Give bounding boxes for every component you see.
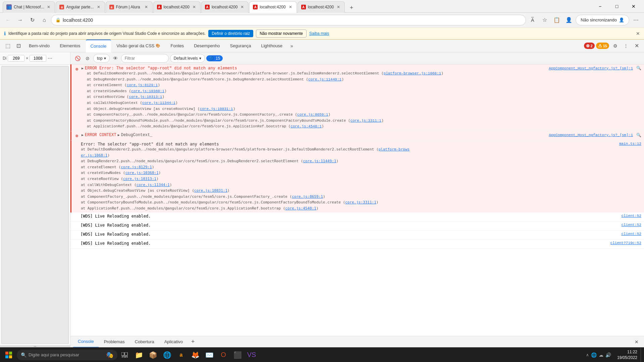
devtools-tab-bar: ⬚ ⊡ Bem-vindo Elementos Console Visão ge… (0, 40, 644, 52)
svg-rect-0 (5, 352, 8, 355)
minimize-button[interactable]: − (592, 1, 608, 11)
new-tab-button[interactable]: + (347, 3, 356, 13)
address-bar-container[interactable]: 🔒 (51, 15, 526, 25)
height-input[interactable] (30, 55, 46, 62)
tab-devtools-button[interactable]: ⬚ (3, 40, 13, 52)
error-2-source[interactable]: main.ts:12 (619, 142, 641, 146)
log-level-label: Default levels (174, 56, 198, 61)
reload-button[interactable]: ↻ (27, 15, 38, 25)
add-bottom-tab-button[interactable]: + (188, 337, 198, 347)
back-button[interactable]: ← (3, 15, 13, 25)
tray-volume-icon[interactable]: 🔊 (605, 352, 611, 358)
bottom-tab-app[interactable]: Aplicativo (160, 336, 188, 348)
tab-welcome[interactable]: Bem-vindo (24, 40, 54, 52)
tab-sources[interactable]: Fontes (166, 40, 189, 52)
error-source-1[interactable]: AppComponent_Host_ngfactory.js?_[sm]:1 (549, 66, 633, 70)
mail-taskbar[interactable]: ✉️ (203, 348, 216, 362)
info-close-button[interactable]: ✕ (636, 31, 640, 36)
tab-console[interactable]: Console (86, 40, 111, 52)
home-button[interactable]: ⌂ (39, 15, 50, 25)
tab-close-5[interactable]: ✕ (239, 4, 245, 10)
terminal-taskbar[interactable]: ⬛ (231, 348, 244, 362)
browser-tab-4[interactable]: A localhost:4200 ✕ (153, 1, 201, 13)
bottom-tab-problems[interactable]: Problemas (99, 336, 129, 348)
office-taskbar[interactable]: O (217, 348, 230, 362)
vs-taskbar[interactable]: VS (245, 348, 258, 362)
wds-source-4[interactable]: client?719c:52 (610, 241, 641, 245)
bottom-tab-console[interactable]: Console (73, 336, 99, 348)
tab-favicon-2: a (59, 5, 64, 9)
tab-close-6[interactable]: ✕ (288, 4, 293, 10)
system-clock[interactable]: 11:22 19/05/2022 (614, 349, 640, 361)
context-selector[interactable]: top ▾ (93, 54, 110, 63)
read-aloud-button[interactable]: A̅ (527, 15, 538, 25)
close-button[interactable]: ✕ (626, 1, 641, 11)
clear-console-button[interactable]: 🚫 (73, 54, 82, 63)
devtools-settings-button[interactable]: ⚙ (610, 41, 620, 51)
define-root-button[interactable]: Definir o diretório raiz (208, 30, 253, 37)
bottom-tab-coverage[interactable]: Cobertura (130, 336, 159, 348)
tray-up-arrow[interactable]: ∧ (586, 353, 589, 357)
wds-source-2[interactable]: client:52 (622, 223, 641, 227)
firefox-taskbar[interactable]: 🦊 (189, 348, 202, 362)
tab-performance[interactable]: Desempenho (189, 40, 224, 52)
log-level-dropdown[interactable]: Default levels ▾ (170, 54, 205, 63)
tray-network-icon[interactable]: 🌐 (591, 352, 597, 358)
browser-tab-1[interactable]: 👥 Chat | Microsof... ✕ (3, 1, 55, 13)
tab-close-7[interactable]: ✕ (336, 4, 341, 10)
width-input[interactable] (8, 55, 24, 62)
wds-source-1[interactable]: client:52 (622, 214, 641, 218)
amazon-taskbar[interactable]: a (174, 348, 188, 362)
tab-close-2[interactable]: ✕ (96, 4, 101, 10)
tab-favicon-1: 👥 (6, 4, 12, 10)
start-button[interactable] (1, 348, 16, 362)
tab-dock-button[interactable]: ⊡ (14, 40, 23, 52)
wds-source-3[interactable]: client:52 (622, 232, 641, 236)
tray-cloud-icon[interactable]: ☁ (599, 352, 603, 358)
taskview-button[interactable] (118, 348, 131, 362)
filter-area[interactable] (121, 54, 169, 63)
bottom-close-button[interactable]: ✕ (632, 337, 641, 347)
profile-button[interactable]: 👤 (564, 15, 574, 25)
more-tabs-button[interactable]: » (288, 41, 296, 51)
filter-input[interactable] (125, 56, 165, 61)
tab-css[interactable]: Visão geral da CSS 🎨 (112, 40, 165, 52)
file-explorer-taskbar[interactable]: 📁 (132, 348, 146, 362)
eye-button[interactable]: 👁 (111, 54, 120, 63)
tab-elements[interactable]: Elementos (55, 40, 85, 52)
devtools-close-button[interactable]: ✕ (632, 41, 641, 51)
edge-taskbar[interactable]: 🌐 (160, 348, 174, 362)
more-options-button[interactable]: ⋯ (48, 56, 52, 61)
dropbox-taskbar[interactable]: 📦 (146, 348, 160, 362)
devtools-more-button[interactable]: ⋮ (621, 41, 631, 51)
error-source-context[interactable]: AppComponent_Host_ngfactory.js?_[sm]:1 (549, 133, 633, 137)
toggle-filter-button[interactable]: ⊘ (83, 54, 92, 63)
tab-close-3[interactable]: ✕ (144, 4, 149, 10)
tab-lighthouse[interactable]: Lighthouse (256, 40, 287, 52)
dismiss-button[interactable]: Não mostrar novamente (256, 29, 307, 38)
browser-tab-2[interactable]: a Angular parte... ✕ (56, 1, 105, 13)
browser-tab-7[interactable]: A localhost:4200 ✕ (298, 1, 345, 13)
tab-favicon-5: A (205, 5, 210, 9)
taskbar-search[interactable]: 🔍 Digite aqui para pesquisar 🎭 (17, 350, 117, 360)
maximize-button[interactable]: □ (609, 1, 625, 11)
collections-button[interactable]: 📋 (551, 15, 562, 25)
tab-close-4[interactable]: ✕ (192, 4, 197, 10)
search-icon-1[interactable]: 🔍 (636, 66, 641, 71)
expand-arrow-context[interactable]: ▶ (82, 133, 84, 137)
expand-arrow-1[interactable]: ▶ (82, 66, 84, 70)
settings-button[interactable]: ⋯ (631, 15, 641, 25)
search-icon-context[interactable]: 🔍 (636, 133, 641, 138)
favorites-button[interactable]: ☆ (539, 15, 550, 25)
tab-close-1[interactable]: ✕ (46, 4, 51, 10)
browser-tab-3[interactable]: a Fórum | Alura ✕ (106, 1, 153, 13)
forward-button[interactable]: → (15, 15, 25, 25)
tab-security[interactable]: Segurança (225, 40, 256, 52)
learn-more-link[interactable]: Saiba mais (309, 31, 329, 36)
address-bar-input[interactable] (63, 17, 522, 23)
show-desktop-button[interactable] (641, 348, 643, 362)
browser-tab-5[interactable]: A localhost:4200 ✕ (201, 1, 249, 13)
sync-button[interactable]: Não sincronizando 👤 (576, 15, 629, 25)
expand-arrow-2[interactable]: ▶ (118, 133, 120, 137)
browser-tab-6[interactable]: A localhost:4200 ✕ (249, 1, 297, 13)
